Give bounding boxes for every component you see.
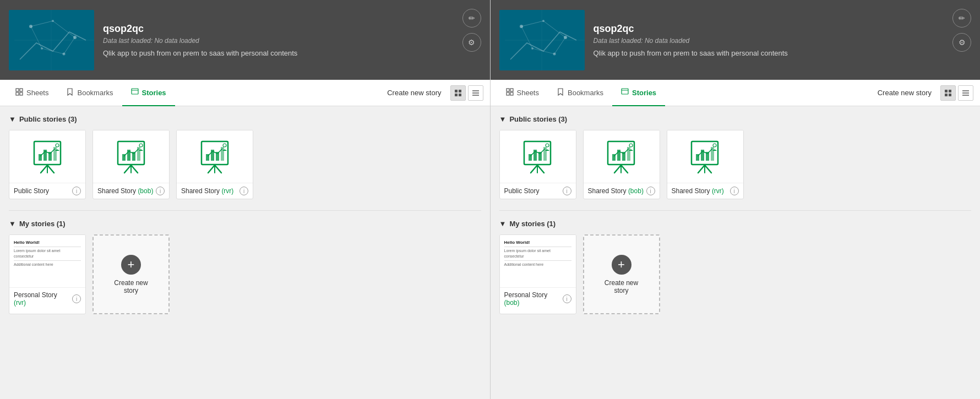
chevron-down-icon: ▼ [9,220,16,228]
list-view-button[interactable] [958,85,973,101]
info-icon[interactable]: i [72,294,81,303]
create-new-story-card[interactable]: + Create newstory [92,234,170,314]
info-icon[interactable]: i [563,294,571,303]
tab-bookmarks[interactable]: Bookmarks [57,80,122,106]
story-card-label: Shared Story (rvr) [672,187,724,195]
public-story-card-1[interactable]: Shared Story (bob) i [583,130,660,199]
settings-button[interactable]: ⚙ [462,33,481,52]
sheets-tab-label: Sheets [26,89,48,97]
bookmarks-icon [66,88,74,96]
app-header: qsop2qc Data last loaded: No data loaded… [491,0,981,80]
svg-point-87 [546,144,549,147]
info-icon[interactable]: i [646,187,655,195]
svg-point-34 [56,144,59,147]
personal-story-label: Personal Story(rvr) [14,291,72,307]
create-story-header-button[interactable]: Create new story [873,86,936,99]
svg-rect-20 [459,90,461,92]
stories-tab-label: Stories [632,89,656,97]
story-card-sublabel: (bob) [138,187,153,195]
public-story-card-2[interactable]: Shared Story (rvr) i [176,130,253,199]
public-story-card-1[interactable]: Shared Story (bob) i [92,130,170,199]
content-area: ▼ Public stories (3) Public Story i [0,106,490,399]
svg-rect-68 [507,92,509,95]
story-card-footer: Shared Story (bob) i [584,183,660,199]
story-card-footer: Public Story i [9,183,85,199]
svg-line-36 [131,165,138,173]
personal-story-label: Personal Story(bob) [504,291,563,307]
public-stories-header[interactable]: ▼ Public stories (3) [9,115,481,123]
bookmarks-icon [557,88,564,96]
svg-rect-73 [949,90,951,92]
my-stories-grid: Hello World! Lorem ipsum dolor sit amet … [9,234,481,314]
public-story-card-0[interactable]: Public Story i [9,130,86,199]
create-story-card-label: Create newstory [114,279,148,294]
edit-button[interactable]: ✏ [462,9,481,28]
sheets-tab-icon [506,88,514,97]
svg-rect-66 [507,89,509,91]
list-view-button[interactable] [468,85,483,101]
chevron-down-icon: ▼ [9,115,16,123]
story-card-footer: Public Story i [500,183,576,199]
app-thumbnail [499,10,585,70]
my-stories-grid: Hello World! Lorem ipsum dolor sit amet … [499,234,972,314]
svg-point-105 [713,144,716,147]
info-icon[interactable]: i [563,187,571,195]
public-story-card-0[interactable]: Public Story i [499,130,576,199]
public-stories-header[interactable]: ▼ Public stories (3) [499,115,972,123]
svg-line-35 [124,165,131,173]
tab-sheets[interactable]: Sheets [7,80,57,106]
app-thumbnail [9,10,94,70]
public-story-card-2[interactable]: Shared Story (rvr) i [667,130,744,199]
svg-point-43 [139,144,143,147]
my-stories-header[interactable]: ▼ My stories (1) [499,220,972,228]
chevron-down-icon: ▼ [499,115,507,123]
story-card-label: Shared Story (rvr) [181,187,233,195]
grid-view-button[interactable] [450,85,466,101]
svg-line-45 [215,165,221,173]
story-card-thumbnail [584,130,660,183]
tab-bookmarks[interactable]: Bookmarks [548,80,612,106]
app-name: qsop2qc [594,23,972,35]
svg-rect-19 [455,90,458,92]
edit-button[interactable]: ✏ [952,9,971,28]
story-card-sublabel: (rvr) [221,187,233,195]
svg-rect-16 [20,92,23,95]
svg-rect-13 [16,89,19,91]
info-icon[interactable]: i [156,187,165,195]
story-card-footer: Shared Story (rvr) i [667,183,743,199]
stories-tab-icon [621,88,629,97]
tab-stories[interactable]: Stories [612,80,665,106]
svg-rect-17 [132,89,138,94]
create-new-story-card[interactable]: + Create newstory [583,234,660,314]
personal-story-sublabel: (rvr) [14,299,26,307]
story-card-thumbnail [177,130,253,183]
tab-sheets[interactable]: Sheets [497,80,548,106]
sheets-tab-label: Sheets [517,89,539,97]
my-stories-header[interactable]: ▼ My stories (1) [9,220,481,228]
personal-story-footer: Personal Story(rvr) i [9,287,85,310]
grid-icon [454,89,462,97]
bookmarks-tab-icon [66,88,74,97]
tab-stories[interactable]: Stories [122,80,175,106]
public-stories-grid: Public Story i Shared Story (bob) i [499,130,972,199]
info-icon[interactable]: i [72,187,81,195]
story-card-label: Public Story [14,187,49,195]
svg-rect-14 [20,89,23,91]
grid-view-button[interactable] [940,85,956,101]
sheets-icon [15,88,23,96]
settings-button[interactable]: ⚙ [952,33,971,52]
personal-story-thumbnail: Hello World! Lorem ipsum dolor sit amet … [500,235,576,287]
plus-icon: + [612,255,631,275]
info-icon[interactable]: i [730,187,739,195]
stories-icon [621,88,629,96]
public-stories-label: Public stories (3) [509,115,567,123]
story-card-footer: Shared Story (bob) i [93,183,169,199]
my-story-card-0[interactable]: Hello World! Lorem ipsum dolor sit amet … [499,234,576,314]
view-toggle [450,85,483,101]
public-stories-grid: Public Story i Shared Story (bob) i [9,130,481,199]
create-story-header-button[interactable]: Create new story [383,86,445,99]
info-icon[interactable]: i [239,187,248,195]
svg-line-26 [41,165,47,173]
my-story-card-0[interactable]: Hello World! Lorem ipsum dolor sit amet … [9,234,86,314]
svg-rect-69 [510,92,513,95]
